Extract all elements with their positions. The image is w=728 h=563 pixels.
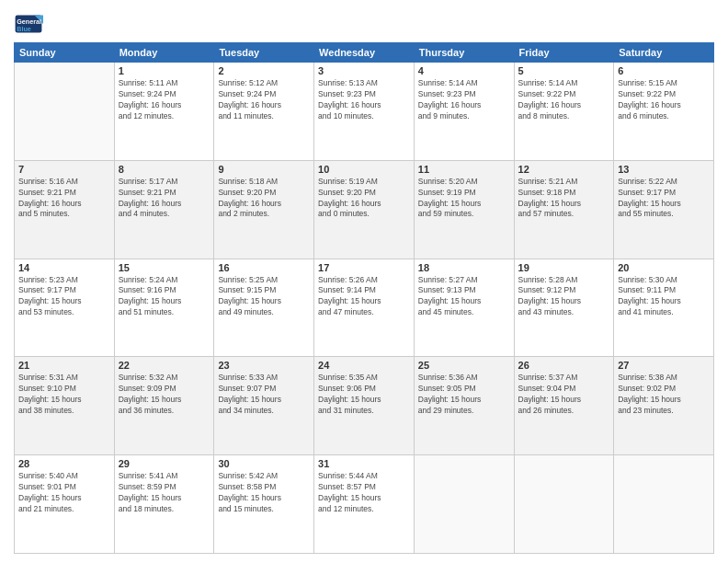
day-info: Sunrise: 5:15 AM Sunset: 9:22 PM Dayligh… [618,78,710,122]
calendar-cell: 18Sunrise: 5:27 AM Sunset: 9:13 PM Dayli… [414,259,514,357]
day-number: 5 [518,65,610,76]
calendar-cell: 16Sunrise: 5:25 AM Sunset: 9:15 PM Dayli… [214,259,314,357]
calendar-cell: 10Sunrise: 5:19 AM Sunset: 9:20 PM Dayli… [314,160,415,259]
day-info: Sunrise: 5:28 AM Sunset: 9:12 PM Dayligh… [518,275,610,319]
day-number: 8 [119,164,210,175]
day-info: Sunrise: 5:25 AM Sunset: 9:15 PM Dayligh… [218,275,310,319]
day-info: Sunrise: 5:41 AM Sunset: 8:59 PM Dayligh… [119,471,210,515]
day-info: Sunrise: 5:40 AM Sunset: 9:01 PM Dayligh… [18,471,110,515]
day-info: Sunrise: 5:16 AM Sunset: 9:21 PM Dayligh… [18,177,110,221]
day-number: 13 [618,164,710,175]
calendar-cell: 21Sunrise: 5:31 AM Sunset: 9:10 PM Dayli… [15,357,115,455]
calendar-cell: 20Sunrise: 5:30 AM Sunset: 9:11 PM Dayli… [614,259,714,357]
day-info: Sunrise: 5:17 AM Sunset: 9:21 PM Dayligh… [119,177,210,221]
day-number: 16 [218,262,310,273]
day-number: 21 [18,360,110,371]
day-info: Sunrise: 5:36 AM Sunset: 9:05 PM Dayligh… [418,373,510,417]
calendar-cell: 6Sunrise: 5:15 AM Sunset: 9:22 PM Daylig… [614,63,714,161]
day-number: 30 [218,458,310,469]
calendar-cell: 27Sunrise: 5:38 AM Sunset: 9:02 PM Dayli… [614,357,714,455]
day-number: 10 [318,164,410,175]
day-number: 20 [618,262,710,273]
day-info: Sunrise: 5:42 AM Sunset: 8:58 PM Dayligh… [218,471,310,515]
calendar-cell: 14Sunrise: 5:23 AM Sunset: 9:17 PM Dayli… [15,259,115,357]
weekday-header-monday: Monday [114,43,214,63]
day-number: 3 [318,65,410,76]
calendar-week-row: 7Sunrise: 5:16 AM Sunset: 9:21 PM Daylig… [15,160,714,259]
calendar-cell: 5Sunrise: 5:14 AM Sunset: 9:22 PM Daylig… [514,63,614,161]
calendar-cell: 11Sunrise: 5:20 AM Sunset: 9:19 PM Dayli… [414,160,514,259]
day-number: 29 [119,458,210,469]
header: General Blue [14,9,714,39]
day-info: Sunrise: 5:24 AM Sunset: 9:16 PM Dayligh… [119,275,210,319]
calendar-cell: 17Sunrise: 5:26 AM Sunset: 9:14 PM Dayli… [314,259,415,357]
day-info: Sunrise: 5:14 AM Sunset: 9:22 PM Dayligh… [518,78,610,122]
calendar-cell [514,455,614,554]
weekday-header-tuesday: Tuesday [214,43,314,63]
calendar-week-row: 21Sunrise: 5:31 AM Sunset: 9:10 PM Dayli… [15,357,714,455]
calendar-cell: 7Sunrise: 5:16 AM Sunset: 9:21 PM Daylig… [15,160,115,259]
logo-icon: General Blue [14,9,43,39]
calendar-cell: 13Sunrise: 5:22 AM Sunset: 9:17 PM Dayli… [614,160,714,259]
weekday-header-saturday: Saturday [614,43,714,63]
calendar-week-row: 28Sunrise: 5:40 AM Sunset: 9:01 PM Dayli… [15,455,714,554]
day-info: Sunrise: 5:44 AM Sunset: 8:57 PM Dayligh… [318,471,410,515]
calendar-cell: 1Sunrise: 5:11 AM Sunset: 9:24 PM Daylig… [114,63,214,161]
day-info: Sunrise: 5:37 AM Sunset: 9:04 PM Dayligh… [518,373,610,417]
logo: General Blue [14,9,43,39]
calendar-cell: 8Sunrise: 5:17 AM Sunset: 9:21 PM Daylig… [114,160,214,259]
day-number: 11 [418,164,510,175]
weekday-header-thursday: Thursday [414,43,514,63]
calendar-cell: 15Sunrise: 5:24 AM Sunset: 9:16 PM Dayli… [114,259,214,357]
calendar-cell: 12Sunrise: 5:21 AM Sunset: 9:18 PM Dayli… [514,160,614,259]
calendar-week-row: 1Sunrise: 5:11 AM Sunset: 9:24 PM Daylig… [15,63,714,161]
day-number: 27 [618,360,710,371]
day-number: 31 [318,458,410,469]
calendar-cell: 30Sunrise: 5:42 AM Sunset: 8:58 PM Dayli… [214,455,314,554]
calendar-cell: 31Sunrise: 5:44 AM Sunset: 8:57 PM Dayli… [314,455,415,554]
weekday-header-wednesday: Wednesday [314,43,415,63]
calendar-cell: 22Sunrise: 5:32 AM Sunset: 9:09 PM Dayli… [114,357,214,455]
day-number: 1 [119,65,210,76]
day-number: 18 [418,262,510,273]
day-info: Sunrise: 5:33 AM Sunset: 9:07 PM Dayligh… [218,373,310,417]
calendar-cell: 19Sunrise: 5:28 AM Sunset: 9:12 PM Dayli… [514,259,614,357]
day-info: Sunrise: 5:22 AM Sunset: 9:17 PM Dayligh… [618,177,710,221]
day-info: Sunrise: 5:20 AM Sunset: 9:19 PM Dayligh… [418,177,510,221]
calendar-cell: 26Sunrise: 5:37 AM Sunset: 9:04 PM Dayli… [514,357,614,455]
calendar-cell: 25Sunrise: 5:36 AM Sunset: 9:05 PM Dayli… [414,357,514,455]
page: General Blue SundayMondayTuesdayWednesda… [0,0,728,563]
day-number: 23 [218,360,310,371]
weekday-header-row: SundayMondayTuesdayWednesdayThursdayFrid… [15,43,714,63]
day-info: Sunrise: 5:23 AM Sunset: 9:17 PM Dayligh… [18,275,110,319]
day-number: 15 [119,262,210,273]
calendar-cell [15,63,115,161]
day-info: Sunrise: 5:30 AM Sunset: 9:11 PM Dayligh… [618,275,710,319]
day-info: Sunrise: 5:38 AM Sunset: 9:02 PM Dayligh… [618,373,710,417]
day-info: Sunrise: 5:21 AM Sunset: 9:18 PM Dayligh… [518,177,610,221]
calendar-cell: 23Sunrise: 5:33 AM Sunset: 9:07 PM Dayli… [214,357,314,455]
calendar-week-row: 14Sunrise: 5:23 AM Sunset: 9:17 PM Dayli… [15,259,714,357]
day-info: Sunrise: 5:31 AM Sunset: 9:10 PM Dayligh… [18,373,110,417]
calendar-cell: 9Sunrise: 5:18 AM Sunset: 9:20 PM Daylig… [214,160,314,259]
day-number: 19 [518,262,610,273]
day-info: Sunrise: 5:12 AM Sunset: 9:24 PM Dayligh… [218,78,310,122]
day-info: Sunrise: 5:35 AM Sunset: 9:06 PM Dayligh… [318,373,410,417]
calendar-cell: 29Sunrise: 5:41 AM Sunset: 8:59 PM Dayli… [114,455,214,554]
day-info: Sunrise: 5:18 AM Sunset: 9:20 PM Dayligh… [218,177,310,221]
day-number: 22 [119,360,210,371]
day-info: Sunrise: 5:32 AM Sunset: 9:09 PM Dayligh… [119,373,210,417]
day-number: 28 [18,458,110,469]
calendar-cell: 2Sunrise: 5:12 AM Sunset: 9:24 PM Daylig… [214,63,314,161]
day-number: 12 [518,164,610,175]
day-number: 26 [518,360,610,371]
calendar-cell [614,455,714,554]
day-info: Sunrise: 5:27 AM Sunset: 9:13 PM Dayligh… [418,275,510,319]
day-info: Sunrise: 5:13 AM Sunset: 9:23 PM Dayligh… [318,78,410,122]
day-info: Sunrise: 5:11 AM Sunset: 9:24 PM Dayligh… [119,78,210,122]
calendar-cell [414,455,514,554]
weekday-header-sunday: Sunday [15,43,115,63]
weekday-header-friday: Friday [514,43,614,63]
calendar-cell: 24Sunrise: 5:35 AM Sunset: 9:06 PM Dayli… [314,357,415,455]
day-number: 24 [318,360,410,371]
